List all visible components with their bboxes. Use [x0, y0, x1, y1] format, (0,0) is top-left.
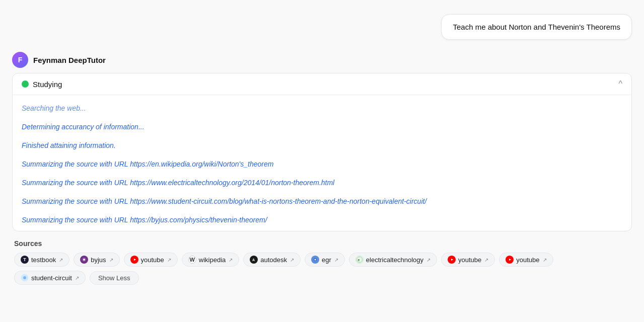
studying-line-4: Summarizing the source with URL https://… [22, 174, 622, 192]
source-label-wikipedia: wikipedia [199, 256, 226, 264]
user-message-row: Teach me about Norton and Thevenin's The… [12, 14, 632, 40]
external-link-icon-student-circuit: ↗ [75, 275, 79, 281]
source-label-byjus: byjus [91, 256, 106, 264]
user-message-bubble: Teach me about Norton and Thevenin's The… [441, 14, 632, 40]
autodesk-icon: A [250, 256, 258, 264]
source-label-youtube1: youtube [141, 256, 164, 264]
source-chip-autodesk[interactable]: A autodesk ↗ [243, 253, 301, 267]
sources-chips-row: T testbook ↗ byjus ↗ youtube ↗ [14, 253, 630, 267]
agent-row: F Feynman DeepTutor [12, 52, 632, 68]
studying-content-scroll: Searching the web... Determining accuran… [13, 95, 631, 231]
source-label-testbook: testbook [31, 256, 56, 264]
source-chip-youtube2[interactable]: youtube ↗ [441, 253, 495, 267]
source-label-student-circuit: student-circuit [31, 274, 72, 282]
byjus-icon [80, 256, 88, 264]
chevron-up-icon[interactable]: ^ [618, 79, 622, 89]
source-chip-byjus[interactable]: byjus ↗ [74, 253, 119, 267]
studying-line-1: Determining accurancy of information... [22, 118, 622, 136]
studying-line-3: Summarizing the source with URL https://… [22, 155, 622, 174]
external-link-icon-byjus: ↗ [109, 257, 113, 263]
sources-section: Sources T testbook ↗ byjus ↗ y [12, 239, 632, 285]
studying-line-0: Searching the web... [22, 99, 622, 118]
svg-point-8 [315, 259, 316, 261]
studying-line-2: Finished attaining information. [22, 136, 622, 155]
wikipedia-icon: W [188, 256, 196, 264]
source-chip-student-circuit[interactable]: student-circuit ↗ [14, 271, 86, 285]
svg-text:A: A [252, 258, 255, 262]
external-link-icon-electricaltechnology: ↗ [426, 257, 431, 263]
source-chip-egr[interactable]: egr ↗ [305, 253, 345, 267]
source-chip-electricaltechnology[interactable]: e electricaltechnology ↗ [349, 253, 437, 267]
source-label-electricaltechnology: electricaltechnology [366, 256, 423, 264]
studying-header[interactable]: Studying ^ [13, 73, 631, 95]
source-label-autodesk: autodesk [260, 256, 287, 264]
source-label-youtube3: youtube [516, 256, 539, 264]
egr-icon [311, 256, 319, 264]
external-link-icon-egr: ↗ [334, 257, 338, 263]
studying-content: Searching the web... Determining accuran… [13, 95, 631, 231]
external-link-icon-youtube3: ↗ [543, 257, 547, 263]
studying-panel: Studying ^ Searching the web... Determin… [12, 73, 632, 231]
agent-name: Feynman DeepTutor [33, 56, 106, 64]
avatar-initial: F [18, 56, 23, 64]
source-chip-testbook[interactable]: T testbook ↗ [14, 253, 69, 267]
external-link-icon-youtube1: ↗ [167, 257, 171, 263]
studying-line-6: Summarizing the source with URL https://… [22, 211, 622, 229]
testbook-icon: T [21, 256, 29, 264]
source-label-egr: egr [322, 256, 331, 264]
avatar: F [12, 52, 28, 68]
source-chip-youtube1[interactable]: youtube ↗ [124, 253, 178, 267]
studying-label: Studying [33, 80, 62, 89]
show-less-button[interactable]: Show Less [90, 271, 139, 285]
studying-header-left: Studying [22, 80, 62, 89]
user-message-text: Teach me about Norton and Thevenin's The… [453, 23, 620, 31]
source-label-youtube2: youtube [458, 256, 481, 264]
external-link-icon-youtube2: ↗ [484, 257, 488, 263]
studying-status-dot [22, 80, 29, 88]
studying-line-5: Summarizing the source with URL https://… [22, 192, 622, 211]
svg-point-1 [83, 259, 85, 261]
sources-label: Sources [14, 239, 630, 248]
source-chip-wikipedia[interactable]: W wikipedia ↗ [182, 253, 239, 267]
youtube-icon-1 [130, 256, 138, 264]
svg-text:e: e [357, 258, 360, 262]
youtube-icon-3 [506, 256, 514, 264]
youtube-icon-2 [448, 256, 456, 264]
student-circuit-icon [21, 274, 29, 282]
source-chip-youtube3[interactable]: youtube ↗ [499, 253, 553, 267]
svg-point-16 [23, 276, 26, 279]
sources-chips-row-2: student-circuit ↗ Show Less [14, 271, 630, 285]
external-link-icon-testbook: ↗ [59, 257, 63, 263]
electricaltechnology-icon: e [355, 256, 364, 264]
external-link-icon-autodesk: ↗ [290, 257, 294, 263]
external-link-icon-wikipedia: ↗ [229, 257, 233, 263]
